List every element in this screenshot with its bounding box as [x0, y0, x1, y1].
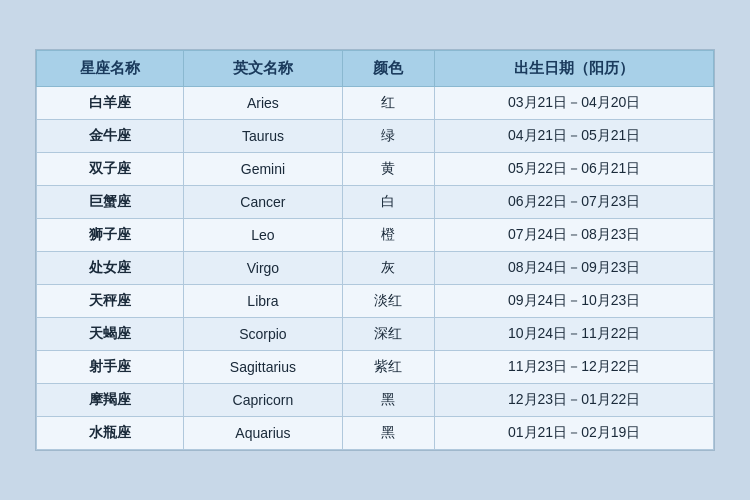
- cell-english-name: Virgo: [184, 252, 342, 285]
- cell-chinese-name: 天秤座: [37, 285, 184, 318]
- cell-color: 深红: [342, 318, 435, 351]
- cell-dates: 10月24日－11月22日: [435, 318, 714, 351]
- zodiac-table-container: 星座名称 英文名称 颜色 出生日期（阳历） 白羊座Aries红03月21日－04…: [35, 49, 715, 451]
- header-english-name: 英文名称: [184, 51, 342, 87]
- table-row: 射手座Sagittarius紫红11月23日－12月22日: [37, 351, 714, 384]
- cell-dates: 08月24日－09月23日: [435, 252, 714, 285]
- table-row: 天蝎座Scorpio深红10月24日－11月22日: [37, 318, 714, 351]
- table-row: 天秤座Libra淡红09月24日－10月23日: [37, 285, 714, 318]
- table-row: 双子座Gemini黄05月22日－06月21日: [37, 153, 714, 186]
- cell-chinese-name: 天蝎座: [37, 318, 184, 351]
- cell-color: 红: [342, 87, 435, 120]
- cell-english-name: Sagittarius: [184, 351, 342, 384]
- cell-english-name: Capricorn: [184, 384, 342, 417]
- table-body: 白羊座Aries红03月21日－04月20日金牛座Taurus绿04月21日－0…: [37, 87, 714, 450]
- cell-english-name: Libra: [184, 285, 342, 318]
- header-color: 颜色: [342, 51, 435, 87]
- table-row: 金牛座Taurus绿04月21日－05月21日: [37, 120, 714, 153]
- header-dates: 出生日期（阳历）: [435, 51, 714, 87]
- cell-english-name: Gemini: [184, 153, 342, 186]
- cell-english-name: Scorpio: [184, 318, 342, 351]
- cell-color: 白: [342, 186, 435, 219]
- cell-english-name: Taurus: [184, 120, 342, 153]
- table-row: 狮子座Leo橙07月24日－08月23日: [37, 219, 714, 252]
- cell-english-name: Cancer: [184, 186, 342, 219]
- cell-chinese-name: 双子座: [37, 153, 184, 186]
- cell-dates: 09月24日－10月23日: [435, 285, 714, 318]
- cell-dates: 07月24日－08月23日: [435, 219, 714, 252]
- table-row: 白羊座Aries红03月21日－04月20日: [37, 87, 714, 120]
- zodiac-table: 星座名称 英文名称 颜色 出生日期（阳历） 白羊座Aries红03月21日－04…: [36, 50, 714, 450]
- cell-dates: 05月22日－06月21日: [435, 153, 714, 186]
- cell-color: 绿: [342, 120, 435, 153]
- cell-color: 淡红: [342, 285, 435, 318]
- cell-english-name: Aquarius: [184, 417, 342, 450]
- table-row: 巨蟹座Cancer白06月22日－07月23日: [37, 186, 714, 219]
- cell-english-name: Aries: [184, 87, 342, 120]
- cell-color: 橙: [342, 219, 435, 252]
- cell-color: 黑: [342, 417, 435, 450]
- cell-chinese-name: 水瓶座: [37, 417, 184, 450]
- header-chinese-name: 星座名称: [37, 51, 184, 87]
- cell-color: 灰: [342, 252, 435, 285]
- cell-chinese-name: 处女座: [37, 252, 184, 285]
- cell-chinese-name: 金牛座: [37, 120, 184, 153]
- table-row: 水瓶座Aquarius黑01月21日－02月19日: [37, 417, 714, 450]
- table-row: 处女座Virgo灰08月24日－09月23日: [37, 252, 714, 285]
- cell-color: 紫红: [342, 351, 435, 384]
- cell-chinese-name: 摩羯座: [37, 384, 184, 417]
- cell-chinese-name: 射手座: [37, 351, 184, 384]
- cell-chinese-name: 白羊座: [37, 87, 184, 120]
- cell-chinese-name: 巨蟹座: [37, 186, 184, 219]
- table-row: 摩羯座Capricorn黑12月23日－01月22日: [37, 384, 714, 417]
- cell-chinese-name: 狮子座: [37, 219, 184, 252]
- cell-color: 黑: [342, 384, 435, 417]
- cell-color: 黄: [342, 153, 435, 186]
- cell-dates: 12月23日－01月22日: [435, 384, 714, 417]
- cell-dates: 04月21日－05月21日: [435, 120, 714, 153]
- table-header-row: 星座名称 英文名称 颜色 出生日期（阳历）: [37, 51, 714, 87]
- cell-dates: 11月23日－12月22日: [435, 351, 714, 384]
- cell-dates: 03月21日－04月20日: [435, 87, 714, 120]
- cell-dates: 01月21日－02月19日: [435, 417, 714, 450]
- cell-dates: 06月22日－07月23日: [435, 186, 714, 219]
- cell-english-name: Leo: [184, 219, 342, 252]
